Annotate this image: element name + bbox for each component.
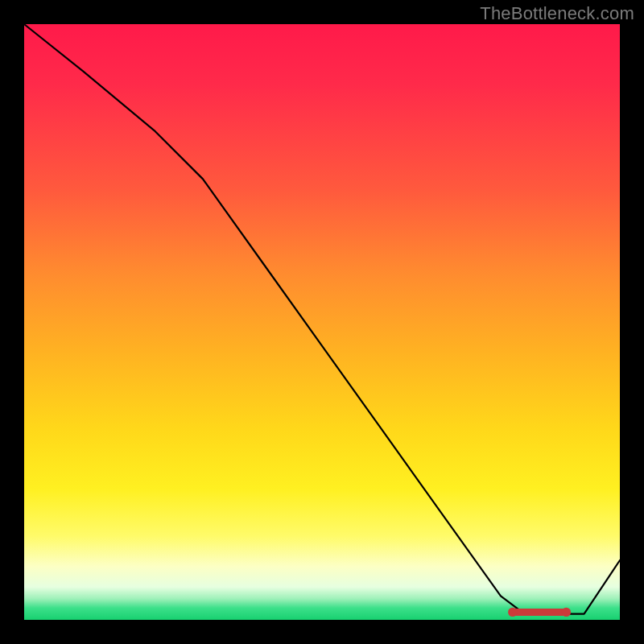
svg-point-1 xyxy=(508,608,517,617)
chart-frame: TheBottleneck.com xyxy=(0,0,644,644)
watermark-text: TheBottleneck.com xyxy=(480,3,634,24)
svg-rect-0 xyxy=(513,609,567,616)
curve-line xyxy=(24,24,620,614)
chart-overlay xyxy=(24,24,620,620)
flat-segment-marker xyxy=(508,608,571,617)
svg-point-2 xyxy=(562,608,571,617)
